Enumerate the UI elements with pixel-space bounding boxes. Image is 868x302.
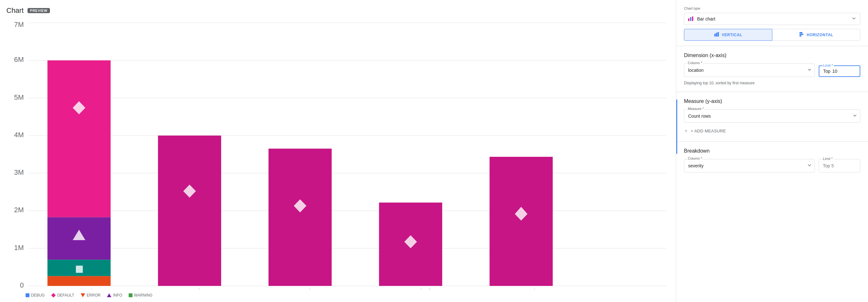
legend-debug: DEBUG xyxy=(26,293,45,298)
svg-text:5M: 5M xyxy=(14,93,24,101)
horizontal-bar-icon xyxy=(799,32,804,38)
svg-rect-44 xyxy=(800,35,801,36)
breakdown-limit-input[interactable] xyxy=(819,159,860,172)
dimension-section: Dimension (x-axis) Column * location Lim… xyxy=(676,46,868,92)
measure-field-group: Measure * Count rows xyxy=(684,109,860,123)
legend-debug-label: DEBUG xyxy=(31,293,45,298)
svg-rect-43 xyxy=(800,34,803,35)
legend-warning: WARNING xyxy=(129,293,153,298)
chart-type-select-wrapper[interactable]: Bar chart xyxy=(684,13,860,25)
svg-text:3M: 3M xyxy=(14,168,24,176)
add-measure-button[interactable]: ＋ + ADD MEASURE xyxy=(684,127,726,135)
legend-default-icon xyxy=(51,293,56,298)
legend-info-icon xyxy=(107,293,112,297)
breakdown-section-title: Breakdown xyxy=(684,148,860,154)
chart-svg: 0 1M 2M 3M 4M 5M 6M 7M xyxy=(6,21,670,289)
svg-rect-22 xyxy=(48,276,111,286)
svg-rect-39 xyxy=(714,34,716,36)
chart-container: 0 1M 2M 3M 4M 5M 6M 7M xyxy=(6,21,670,299)
dimension-limit-wrapper[interactable]: Limit * Top xyxy=(819,65,860,77)
chart-area: Chart PREVIEW 0 1M 2M 3M 4M 5M 6M 7M xyxy=(0,0,676,302)
svg-text:us-central1-a: us-central1-a xyxy=(169,287,210,289)
dimension-limit-label: Limit * xyxy=(823,63,834,67)
legend-warning-color xyxy=(129,293,132,297)
svg-rect-42 xyxy=(800,32,802,33)
measure-select-wrapper[interactable]: Count rows xyxy=(684,109,860,123)
right-panel: Chart type Bar chart xyxy=(676,0,868,302)
chart-type-label: Chart type xyxy=(684,6,860,10)
svg-text:us-central1-f: us-central1-f xyxy=(392,287,430,289)
horizontal-label: HORIZONTAL xyxy=(807,33,833,37)
legend-info-label: INFO xyxy=(113,293,122,298)
breakdown-column-group: Column * severity xyxy=(684,159,815,172)
limit-prefix: Top xyxy=(823,68,831,74)
accent-bar xyxy=(676,100,677,154)
svg-rect-21 xyxy=(76,266,83,273)
breakdown-limit-wrapper[interactable]: Limit * xyxy=(819,159,860,172)
svg-rect-16 xyxy=(48,60,111,217)
vertical-bar-icon xyxy=(714,32,719,38)
measure-section-title: Measure (y-axis) xyxy=(684,99,860,104)
measure-select[interactable]: Count rows xyxy=(684,110,860,122)
svg-text:us-east4-b: us-east4-b xyxy=(505,287,538,289)
dimension-column-select[interactable]: location xyxy=(684,64,814,77)
dimension-limit-input[interactable] xyxy=(833,68,845,74)
svg-rect-24 xyxy=(158,136,221,286)
chart-legend: DEBUG DEFAULT ERROR INFO WARNING xyxy=(6,289,670,299)
legend-default: DEFAULT xyxy=(51,293,74,298)
chart-svg-area: 0 1M 2M 3M 4M 5M 6M 7M xyxy=(6,21,670,289)
dimension-field-row: Column * location Limit * Top xyxy=(684,63,860,77)
svg-rect-37 xyxy=(690,17,691,21)
preview-badge: PREVIEW xyxy=(28,8,50,13)
chart-type-select[interactable]: Bar chart xyxy=(684,13,860,25)
add-measure-icon: ＋ xyxy=(684,128,688,134)
svg-text:2M: 2M xyxy=(14,206,24,214)
legend-default-label: DEFAULT xyxy=(57,293,74,298)
svg-rect-33 xyxy=(490,157,553,286)
svg-text:6M: 6M xyxy=(14,55,24,63)
svg-rect-41 xyxy=(718,32,719,36)
limit-input-row: Top xyxy=(819,66,860,76)
chart-type-section: Chart type Bar chart xyxy=(676,0,868,46)
dimension-limit-group: Limit * Top xyxy=(819,65,860,77)
add-measure-label: + ADD MEASURE xyxy=(691,129,726,133)
bar-chart-icon xyxy=(687,16,694,23)
legend-error-icon xyxy=(81,293,85,297)
breakdown-limit-group: Limit * xyxy=(819,159,860,172)
measure-label: Measure * xyxy=(687,107,705,111)
svg-rect-40 xyxy=(716,33,717,36)
dimension-column-wrapper[interactable]: location xyxy=(684,63,815,77)
vertical-label: VERTICAL xyxy=(722,33,742,37)
legend-info: INFO xyxy=(107,293,122,298)
svg-rect-36 xyxy=(688,19,689,21)
breakdown-limit-label: Limit * xyxy=(822,157,833,161)
dimension-section-title: Dimension (x-axis) xyxy=(684,53,860,58)
svg-text:us-central1-c: us-central1-c xyxy=(280,287,320,289)
orientation-buttons: VERTICAL HORIZONTAL xyxy=(684,29,860,41)
breakdown-column-select[interactable]: severity xyxy=(684,159,814,172)
display-hint: Displaying top 10, sorted by first measu… xyxy=(684,81,860,85)
legend-error: ERROR xyxy=(81,293,100,298)
dimension-column-label: Column * xyxy=(687,61,703,65)
svg-text:4M: 4M xyxy=(14,131,24,139)
legend-warning-label: WARNING xyxy=(134,293,153,298)
chart-title: Chart xyxy=(6,6,24,15)
svg-text:0: 0 xyxy=(20,281,24,289)
breakdown-section: Breakdown Column * severity Limit * xyxy=(676,142,868,183)
svg-text:7M: 7M xyxy=(14,21,24,29)
legend-error-label: ERROR xyxy=(87,293,100,298)
svg-rect-38 xyxy=(692,17,693,21)
svg-text:us-central1: us-central1 xyxy=(62,287,96,289)
measure-section: Measure (y-axis) Measure * Count rows ＋ … xyxy=(676,92,868,142)
svg-rect-27 xyxy=(269,149,332,286)
breakdown-column-label: Column * xyxy=(687,157,703,160)
dimension-column-group: Column * location xyxy=(684,63,815,77)
chart-header: Chart PREVIEW xyxy=(6,6,670,15)
breakdown-column-wrapper[interactable]: severity xyxy=(684,159,815,172)
svg-text:1M: 1M xyxy=(14,243,24,251)
breakdown-field-row: Column * severity Limit * xyxy=(684,159,860,172)
legend-debug-color xyxy=(26,293,29,297)
horizontal-orientation-btn[interactable]: HORIZONTAL xyxy=(772,29,860,41)
vertical-orientation-btn[interactable]: VERTICAL xyxy=(684,29,772,41)
